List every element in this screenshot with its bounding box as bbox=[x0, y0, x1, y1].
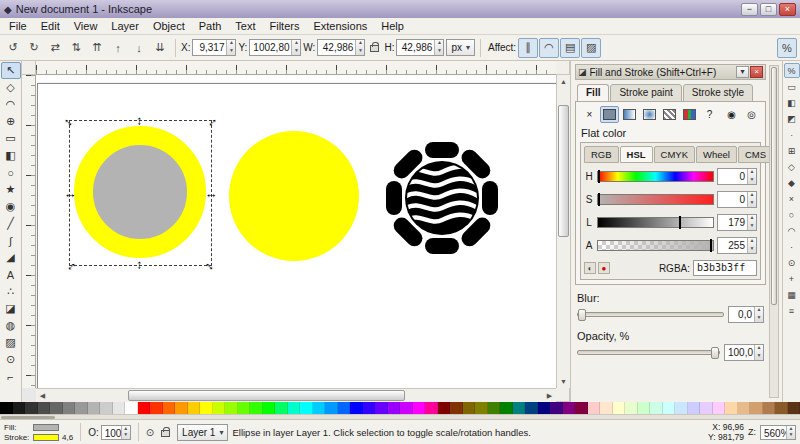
palette-swatch[interactable] bbox=[63, 402, 76, 414]
snap-bounding-box-button[interactable]: ▭ bbox=[784, 79, 800, 94]
palette-swatch[interactable] bbox=[363, 402, 376, 414]
layer-lock-icon[interactable] bbox=[161, 430, 170, 437]
snap-path-intersections-button[interactable]: × bbox=[784, 191, 800, 206]
object-opacity-spin[interactable]: O:100▲▼ bbox=[88, 425, 131, 440]
palette-swatch[interactable] bbox=[325, 402, 338, 414]
dropper-tool[interactable]: ⊙ bbox=[1, 351, 21, 368]
snap-midpoints-button[interactable]: · bbox=[784, 239, 800, 254]
zoom-spin[interactable]: 560%▲▼ bbox=[760, 425, 796, 440]
menu-item-object[interactable]: Object bbox=[146, 19, 192, 33]
rotate-ccw-button[interactable]: ↺ bbox=[3, 38, 23, 58]
palette-swatch[interactable] bbox=[775, 402, 788, 414]
spin-down-icon[interactable]: ▼ bbox=[227, 48, 235, 56]
vertical-scroll-thumb[interactable] bbox=[558, 105, 569, 237]
channel-s-spinbox[interactable]: 0▲▼ bbox=[717, 191, 757, 208]
titlebar[interactable]: ◆ New document 1 - Inkscape −□× bbox=[0, 0, 800, 18]
palette-swatch[interactable] bbox=[25, 402, 38, 414]
selector-tool[interactable]: ↖ bbox=[1, 62, 21, 79]
box3d-tool[interactable]: ◧ bbox=[1, 147, 21, 164]
menu-item-path[interactable]: Path bbox=[192, 19, 229, 33]
palette-swatch[interactable] bbox=[113, 402, 126, 414]
spin-down-icon[interactable]: ▼ bbox=[748, 223, 756, 231]
palette-swatch[interactable] bbox=[725, 402, 738, 414]
menu-item-text[interactable]: Text bbox=[228, 19, 262, 33]
palette-swatch[interactable] bbox=[138, 402, 151, 414]
height-spinbox[interactable]: 42,986▲▼ bbox=[396, 39, 444, 56]
palette-swatch[interactable] bbox=[738, 402, 751, 414]
palette-swatch[interactable] bbox=[50, 402, 63, 414]
channel-a-spinbox[interactable]: 255▲▼ bbox=[717, 237, 757, 254]
vertical-scroll-track[interactable] bbox=[557, 88, 570, 375]
menu-item-extensions[interactable]: Extensions bbox=[306, 19, 374, 33]
menu-item-filters[interactable]: Filters bbox=[263, 19, 307, 33]
palette-swatch[interactable] bbox=[100, 402, 113, 414]
palette-swatch[interactable] bbox=[488, 402, 501, 414]
height-spin[interactable]: H:42,986▲▼ bbox=[384, 39, 444, 56]
spray-tool[interactable]: ∴ bbox=[1, 283, 21, 300]
menu-item-layer[interactable]: Layer bbox=[104, 19, 146, 33]
spin-down-icon[interactable]: ▼ bbox=[122, 432, 130, 439]
spin-down-icon[interactable]: ▼ bbox=[748, 246, 756, 254]
palette-swatch[interactable] bbox=[250, 402, 263, 414]
spin-down-icon[interactable]: ▼ bbox=[755, 315, 763, 323]
layer-visibility-icon[interactable]: ⊙ bbox=[146, 427, 154, 438]
selection-handle-e[interactable]: ↔ bbox=[205, 187, 218, 200]
spin-down-icon[interactable]: ▼ bbox=[787, 432, 795, 439]
snap-grid-button[interactable]: ▦ bbox=[784, 287, 800, 302]
opacity-spin[interactable]: 100,0▲▼ bbox=[724, 344, 764, 361]
flip-horizontal-button[interactable]: ⇄ bbox=[45, 38, 65, 58]
palette-swatch[interactable] bbox=[500, 402, 513, 414]
dock-scroll-thumb[interactable] bbox=[771, 67, 777, 305]
palette-swatch[interactable] bbox=[613, 402, 626, 414]
palette-swatch[interactable] bbox=[550, 402, 563, 414]
vertical-scrollbar[interactable]: ▲ ▼ bbox=[556, 75, 570, 388]
palette-swatch[interactable] bbox=[575, 402, 588, 414]
width-spin[interactable]: W:42,986▲▼ bbox=[303, 39, 365, 56]
selection-handle-w[interactable]: ↔ bbox=[64, 187, 77, 200]
palette-swatch[interactable] bbox=[88, 402, 101, 414]
close-button[interactable]: × bbox=[779, 3, 796, 16]
spin-down-icon[interactable]: ▼ bbox=[748, 177, 756, 185]
color-tab-rgb[interactable]: RGB bbox=[584, 146, 619, 163]
width-spinbox[interactable]: 42,986▲▼ bbox=[317, 39, 365, 56]
spin-down-icon[interactable]: ▼ bbox=[292, 48, 300, 56]
snap-bbox-midpoints-button[interactable]: ∙ bbox=[784, 127, 800, 142]
tab-stroke-paint[interactable]: Stroke paint bbox=[610, 84, 681, 102]
palette-swatch[interactable] bbox=[238, 402, 251, 414]
palette-swatch[interactable] bbox=[700, 402, 713, 414]
palette-swatch[interactable] bbox=[713, 402, 726, 414]
palette-swatch[interactable] bbox=[563, 402, 576, 414]
x-position-spinbox[interactable]: 9,317▲▼ bbox=[192, 39, 236, 56]
menu-item-edit[interactable]: Edit bbox=[34, 19, 67, 33]
channel-slider-s[interactable] bbox=[597, 194, 714, 205]
fill-stroke-indicator[interactable]: Fill: Stroke: 4,6 bbox=[4, 423, 73, 442]
object-opacity-spinbox[interactable]: 100▲▼ bbox=[101, 425, 131, 440]
affect-move-gradients-button[interactable]: ▤ bbox=[560, 38, 580, 58]
spin-down-icon[interactable]: ▼ bbox=[748, 200, 756, 208]
ellipse-tool[interactable]: ○ bbox=[1, 164, 21, 181]
palette-swatch[interactable] bbox=[600, 402, 613, 414]
blur-spin[interactable]: 0,0▲▼ bbox=[728, 306, 764, 323]
palette-swatch[interactable] bbox=[425, 402, 438, 414]
raise-button[interactable]: ↑ bbox=[108, 38, 128, 58]
node-tool[interactable]: ◇ bbox=[1, 79, 21, 96]
snap-master-toggle-button[interactable]: % bbox=[777, 38, 797, 58]
star-tool[interactable]: ★ bbox=[1, 181, 21, 198]
palette-swatch[interactable] bbox=[525, 402, 538, 414]
palette-swatch[interactable] bbox=[275, 402, 288, 414]
pattern-button[interactable] bbox=[660, 106, 679, 123]
y-position-spin[interactable]: Y:1002,80▲▼ bbox=[238, 39, 301, 56]
snap-object-centers-button[interactable]: ⊙ bbox=[784, 255, 800, 270]
palette-swatch[interactable] bbox=[638, 402, 651, 414]
snap-paths-button[interactable]: ◆ bbox=[784, 175, 800, 190]
color-tab-wheel[interactable]: Wheel bbox=[696, 146, 737, 163]
palette-swatch[interactable] bbox=[650, 402, 663, 414]
palette-swatch[interactable] bbox=[300, 402, 313, 414]
layer-select[interactable]: Layer 1 ▾ bbox=[177, 424, 228, 441]
opacity-slider[interactable] bbox=[577, 350, 720, 355]
snap-smooth-nodes-button[interactable]: ◠ bbox=[784, 223, 800, 238]
palette-swatch[interactable] bbox=[588, 402, 601, 414]
lower-to-bottom-button[interactable]: ⇊ bbox=[150, 38, 170, 58]
snap-guides-button[interactable]: ≡ bbox=[784, 303, 800, 318]
palette-swatch[interactable] bbox=[338, 402, 351, 414]
